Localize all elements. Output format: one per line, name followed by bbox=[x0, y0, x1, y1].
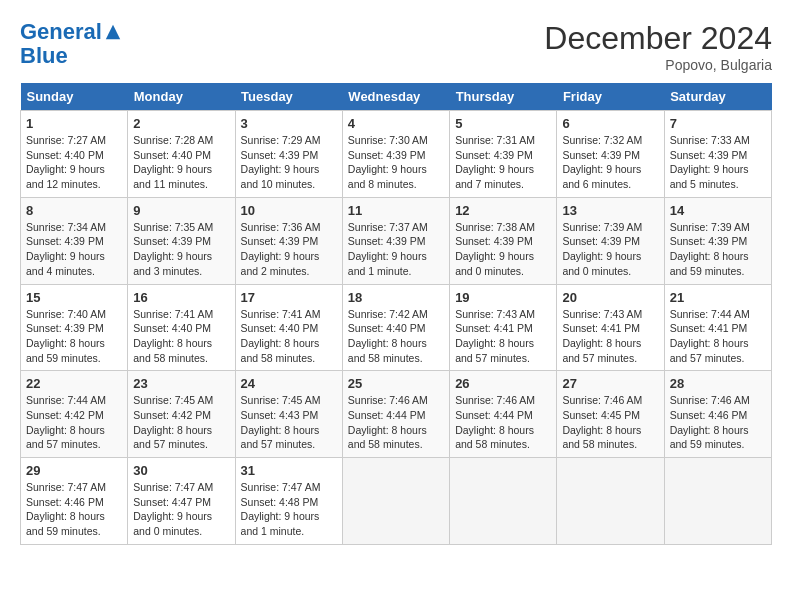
day-number: 3 bbox=[241, 116, 337, 131]
header-cell-wednesday: Wednesday bbox=[342, 83, 449, 111]
calendar-cell: 24 Sunrise: 7:45 AM Sunset: 4:43 PM Dayl… bbox=[235, 371, 342, 458]
daylight-label: Daylight: 9 hours and 10 minutes. bbox=[241, 163, 320, 190]
day-number: 6 bbox=[562, 116, 658, 131]
day-info: Sunrise: 7:28 AM Sunset: 4:40 PM Dayligh… bbox=[133, 133, 229, 192]
day-number: 19 bbox=[455, 290, 551, 305]
sunset-label: Sunset: 4:39 PM bbox=[26, 235, 104, 247]
day-number: 31 bbox=[241, 463, 337, 478]
header-cell-tuesday: Tuesday bbox=[235, 83, 342, 111]
sunrise-label: Sunrise: 7:28 AM bbox=[133, 134, 213, 146]
sunset-label: Sunset: 4:39 PM bbox=[455, 149, 533, 161]
day-number: 4 bbox=[348, 116, 444, 131]
day-info: Sunrise: 7:39 AM Sunset: 4:39 PM Dayligh… bbox=[562, 220, 658, 279]
sunset-label: Sunset: 4:44 PM bbox=[455, 409, 533, 421]
sunset-label: Sunset: 4:39 PM bbox=[670, 149, 748, 161]
daylight-label: Daylight: 9 hours and 4 minutes. bbox=[26, 250, 105, 277]
day-number: 18 bbox=[348, 290, 444, 305]
day-info: Sunrise: 7:46 AM Sunset: 4:44 PM Dayligh… bbox=[455, 393, 551, 452]
calendar-cell: 22 Sunrise: 7:44 AM Sunset: 4:42 PM Dayl… bbox=[21, 371, 128, 458]
header-cell-friday: Friday bbox=[557, 83, 664, 111]
daylight-label: Daylight: 9 hours and 11 minutes. bbox=[133, 163, 212, 190]
header-cell-monday: Monday bbox=[128, 83, 235, 111]
day-number: 17 bbox=[241, 290, 337, 305]
sunset-label: Sunset: 4:42 PM bbox=[26, 409, 104, 421]
sunset-label: Sunset: 4:44 PM bbox=[348, 409, 426, 421]
day-number: 20 bbox=[562, 290, 658, 305]
calendar-cell: 31 Sunrise: 7:47 AM Sunset: 4:48 PM Dayl… bbox=[235, 458, 342, 545]
calendar-cell bbox=[557, 458, 664, 545]
calendar-cell: 19 Sunrise: 7:43 AM Sunset: 4:41 PM Dayl… bbox=[450, 284, 557, 371]
sunset-label: Sunset: 4:39 PM bbox=[348, 149, 426, 161]
sunrise-label: Sunrise: 7:43 AM bbox=[455, 308, 535, 320]
sunrise-label: Sunrise: 7:44 AM bbox=[670, 308, 750, 320]
daylight-label: Daylight: 9 hours and 6 minutes. bbox=[562, 163, 641, 190]
daylight-label: Daylight: 8 hours and 57 minutes. bbox=[26, 424, 105, 451]
calendar-cell bbox=[450, 458, 557, 545]
calendar-cell: 17 Sunrise: 7:41 AM Sunset: 4:40 PM Dayl… bbox=[235, 284, 342, 371]
day-info: Sunrise: 7:40 AM Sunset: 4:39 PM Dayligh… bbox=[26, 307, 122, 366]
calendar-cell: 3 Sunrise: 7:29 AM Sunset: 4:39 PM Dayli… bbox=[235, 111, 342, 198]
day-info: Sunrise: 7:33 AM Sunset: 4:39 PM Dayligh… bbox=[670, 133, 766, 192]
daylight-label: Daylight: 8 hours and 58 minutes. bbox=[348, 424, 427, 451]
calendar-table: SundayMondayTuesdayWednesdayThursdayFrid… bbox=[20, 83, 772, 545]
sunset-label: Sunset: 4:41 PM bbox=[562, 322, 640, 334]
day-number: 13 bbox=[562, 203, 658, 218]
daylight-label: Daylight: 8 hours and 59 minutes. bbox=[670, 424, 749, 451]
day-number: 8 bbox=[26, 203, 122, 218]
sunset-label: Sunset: 4:39 PM bbox=[562, 149, 640, 161]
calendar-cell: 29 Sunrise: 7:47 AM Sunset: 4:46 PM Dayl… bbox=[21, 458, 128, 545]
sunset-label: Sunset: 4:39 PM bbox=[241, 235, 319, 247]
sunset-label: Sunset: 4:39 PM bbox=[133, 235, 211, 247]
sunset-label: Sunset: 4:39 PM bbox=[348, 235, 426, 247]
calendar-cell: 23 Sunrise: 7:45 AM Sunset: 4:42 PM Dayl… bbox=[128, 371, 235, 458]
day-number: 28 bbox=[670, 376, 766, 391]
day-info: Sunrise: 7:45 AM Sunset: 4:43 PM Dayligh… bbox=[241, 393, 337, 452]
week-row-2: 8 Sunrise: 7:34 AM Sunset: 4:39 PM Dayli… bbox=[21, 197, 772, 284]
sunset-label: Sunset: 4:41 PM bbox=[455, 322, 533, 334]
calendar-cell: 13 Sunrise: 7:39 AM Sunset: 4:39 PM Dayl… bbox=[557, 197, 664, 284]
sunrise-label: Sunrise: 7:33 AM bbox=[670, 134, 750, 146]
calendar-cell: 28 Sunrise: 7:46 AM Sunset: 4:46 PM Dayl… bbox=[664, 371, 771, 458]
day-info: Sunrise: 7:47 AM Sunset: 4:48 PM Dayligh… bbox=[241, 480, 337, 539]
sunset-label: Sunset: 4:39 PM bbox=[455, 235, 533, 247]
calendar-cell: 9 Sunrise: 7:35 AM Sunset: 4:39 PM Dayli… bbox=[128, 197, 235, 284]
day-number: 2 bbox=[133, 116, 229, 131]
sunrise-label: Sunrise: 7:38 AM bbox=[455, 221, 535, 233]
daylight-label: Daylight: 8 hours and 58 minutes. bbox=[562, 424, 641, 451]
day-number: 23 bbox=[133, 376, 229, 391]
sunrise-label: Sunrise: 7:45 AM bbox=[241, 394, 321, 406]
daylight-label: Daylight: 8 hours and 59 minutes. bbox=[670, 250, 749, 277]
week-row-5: 29 Sunrise: 7:47 AM Sunset: 4:46 PM Dayl… bbox=[21, 458, 772, 545]
daylight-label: Daylight: 9 hours and 0 minutes. bbox=[455, 250, 534, 277]
day-info: Sunrise: 7:41 AM Sunset: 4:40 PM Dayligh… bbox=[241, 307, 337, 366]
day-info: Sunrise: 7:44 AM Sunset: 4:41 PM Dayligh… bbox=[670, 307, 766, 366]
sunrise-label: Sunrise: 7:37 AM bbox=[348, 221, 428, 233]
sunset-label: Sunset: 4:46 PM bbox=[26, 496, 104, 508]
day-info: Sunrise: 7:37 AM Sunset: 4:39 PM Dayligh… bbox=[348, 220, 444, 279]
day-number: 25 bbox=[348, 376, 444, 391]
calendar-cell: 20 Sunrise: 7:43 AM Sunset: 4:41 PM Dayl… bbox=[557, 284, 664, 371]
calendar-cell: 10 Sunrise: 7:36 AM Sunset: 4:39 PM Dayl… bbox=[235, 197, 342, 284]
sunrise-label: Sunrise: 7:47 AM bbox=[133, 481, 213, 493]
sunset-label: Sunset: 4:40 PM bbox=[133, 322, 211, 334]
sunset-label: Sunset: 4:43 PM bbox=[241, 409, 319, 421]
sunset-label: Sunset: 4:40 PM bbox=[348, 322, 426, 334]
sunrise-label: Sunrise: 7:42 AM bbox=[348, 308, 428, 320]
day-info: Sunrise: 7:47 AM Sunset: 4:46 PM Dayligh… bbox=[26, 480, 122, 539]
day-info: Sunrise: 7:34 AM Sunset: 4:39 PM Dayligh… bbox=[26, 220, 122, 279]
sunset-label: Sunset: 4:45 PM bbox=[562, 409, 640, 421]
sunrise-label: Sunrise: 7:46 AM bbox=[562, 394, 642, 406]
sunrise-label: Sunrise: 7:39 AM bbox=[670, 221, 750, 233]
day-number: 1 bbox=[26, 116, 122, 131]
calendar-cell: 2 Sunrise: 7:28 AM Sunset: 4:40 PM Dayli… bbox=[128, 111, 235, 198]
calendar-cell: 16 Sunrise: 7:41 AM Sunset: 4:40 PM Dayl… bbox=[128, 284, 235, 371]
sunrise-label: Sunrise: 7:46 AM bbox=[348, 394, 428, 406]
calendar-cell bbox=[342, 458, 449, 545]
daylight-label: Daylight: 9 hours and 3 minutes. bbox=[133, 250, 212, 277]
sunrise-label: Sunrise: 7:43 AM bbox=[562, 308, 642, 320]
logo-blue-text: Blue bbox=[20, 44, 122, 68]
sunset-label: Sunset: 4:39 PM bbox=[670, 235, 748, 247]
day-number: 12 bbox=[455, 203, 551, 218]
sunset-label: Sunset: 4:48 PM bbox=[241, 496, 319, 508]
sunrise-label: Sunrise: 7:47 AM bbox=[26, 481, 106, 493]
